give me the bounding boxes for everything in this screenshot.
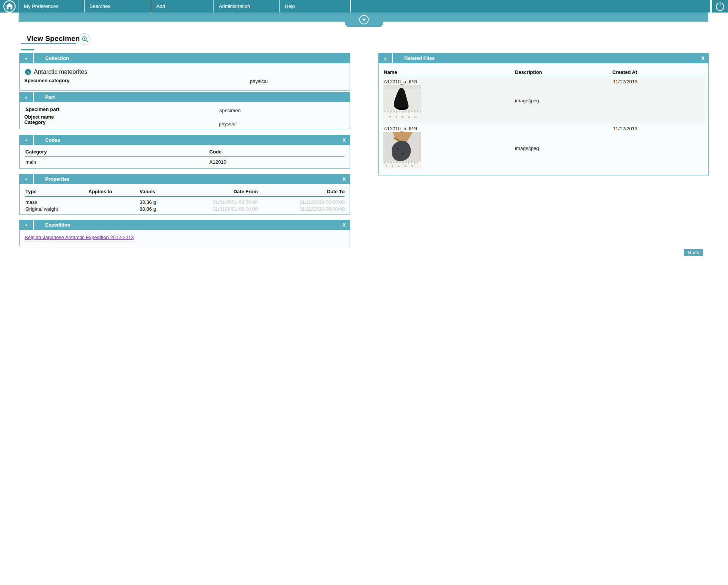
field-value: physical [250,78,268,84]
panel-expedition-body: Belgian-Japanese Antarctic Expedition 20… [19,230,350,246]
title-underline [21,43,76,44]
file-thumbnail[interactable]: 7 8 9 10 11 [383,132,421,170]
panel-codes-header: ▲ Codes X [19,135,350,145]
table-cell-date: 01/01/0001 00:00:00 [183,199,258,205]
home-icon [3,0,16,13]
table-cell: main [25,159,36,165]
svg-text:12: 12 [414,116,417,118]
panel-collection-title: Collection [45,53,69,63]
file-thumbnail[interactable]: 8 9 10 11 12 [383,85,421,121]
table-cell: mass [25,199,37,205]
table-header-divider [383,76,705,76]
nav-spacer [350,0,710,13]
top-nav-bar: My Preferences Searches Add Administrati… [0,0,728,13]
table-cell-date: 31/12/2038 00:00:00 [258,199,345,205]
column-header: Date From [183,189,258,194]
expedition-link[interactable]: Belgian-Japanese Antarctic Expedition 20… [25,235,134,240]
panel-part-body: Specimen part specimen Object name Categ… [19,102,350,129]
column-header: Description [515,69,542,75]
meteorite-photo-a: 8 9 10 11 12 [383,85,421,120]
field-value: physical [219,121,237,127]
panel-related-files: ▲ Related Files X Name Description Creat… [378,53,709,175]
panel-related-files-body: Name Description Created At A12010_a.JPG… [378,63,709,175]
tab-divider [34,50,80,50]
panel-properties-header: ▲ Properties X [19,174,350,184]
collapse-icon[interactable]: ▲ [19,92,34,102]
svg-text:10: 10 [401,116,404,118]
collapse-icon[interactable]: ▲ [19,174,34,184]
power-icon [714,1,726,12]
nav-item-searches[interactable]: Searches [84,0,151,13]
nav-item-help[interactable]: Help [279,0,350,13]
column-header: Applies to [88,189,112,194]
collapse-icon[interactable]: ▲ [19,53,34,63]
file-row: A12010_b.JPG 11/12/2013 image/jpeg [383,124,705,172]
field-value: specimen [220,108,241,113]
close-icon[interactable]: X [342,174,346,184]
panel-expedition: ▲ Expedition X Belgian-Japanese Antarcti… [19,220,350,246]
column-header: Code [209,149,222,155]
panel-related-files-title: Related Files [404,53,435,63]
file-created-at: 11/12/2013 [613,79,637,84]
svg-text:11: 11 [411,165,413,167]
column-header: Type [25,189,36,194]
panel-part-title: Part [45,92,55,102]
page-title: View Specimen [27,34,80,43]
table-cell: 88.86 g [140,206,156,212]
view-specimen-page: My Preferences Searches Add Administrati… [0,0,728,585]
table-cell: A12010 [209,159,226,165]
info-icon: i [25,69,31,75]
close-icon[interactable]: X [342,220,346,230]
svg-text:10: 10 [404,165,407,167]
panel-collection-body: i Antarctic meteorites Specimen category… [19,63,350,91]
audit-log-button[interactable] [79,33,91,45]
field-label: Category [24,119,46,125]
column-header: Date To [258,189,345,194]
collapse-icon[interactable]: ▲ [378,53,393,63]
panel-part: ▲ Part Specimen part specimen Object nam… [19,92,350,129]
nav-item-administration[interactable]: Administration [213,0,279,13]
logout-button[interactable] [710,0,728,13]
close-icon[interactable]: X [701,53,704,63]
panel-codes-body: Category Code main A12010 [19,145,350,169]
tab-accent [21,49,34,50]
chevron-down-icon [359,14,369,25]
panel-properties: ▲ Properties X Type Applies to Values Da… [19,174,350,215]
close-icon[interactable]: X [342,135,346,145]
collection-info-row: i Antarctic meteorites [25,69,87,75]
panel-expedition-header: ▲ Expedition X [19,220,350,230]
nav-item-my-preferences[interactable]: My Preferences [19,0,84,13]
panel-codes-title: Codes [45,135,60,145]
field-label: Specimen part [25,106,60,112]
field-label: Specimen category [24,78,69,83]
collapse-icon[interactable]: ▲ [19,135,34,145]
panel-properties-body: Type Applies to Values Date From Date To… [19,184,350,215]
table-header-divider [25,156,344,157]
file-name: A12010_a.JPG [384,79,417,84]
file-row: A12010_a.JPG 11/12/2013 image/jpeg [383,77,705,124]
panel-expedition-title: Expedition [45,220,70,230]
column-header: Created At [612,69,637,75]
table-header-divider [25,196,344,197]
column-header: Values [140,189,155,194]
table-cell: Original weight [25,206,58,212]
magnifier-icon [81,35,89,44]
svg-text:11: 11 [408,116,410,118]
back-button[interactable]: Back [684,249,703,256]
field-label: Object name [24,114,54,120]
home-button[interactable] [0,0,19,13]
panel-collection: ▲ Collection i Antarctic meteorites Spec… [19,53,350,91]
collapse-icon[interactable]: ▲ [19,220,34,230]
menu-expand-tab[interactable] [345,13,383,27]
table-cell: 38.36 g [140,199,156,205]
file-description: image/jpeg [515,145,539,151]
column-header: Name [384,69,397,75]
nav-item-add[interactable]: Add [151,0,213,13]
file-name: A12010_b.JPG [384,126,417,131]
meteorite-photo-b: 7 8 9 10 11 [383,132,421,168]
panel-part-header: ▲ Part [19,92,350,102]
table-cell-date: 01/01/0001 00:00:00 [183,206,258,212]
panel-codes: ▲ Codes X Category Code main A12010 [19,135,350,169]
column-header: Category [25,149,47,155]
panel-collection-header: ▲ Collection [19,53,350,63]
